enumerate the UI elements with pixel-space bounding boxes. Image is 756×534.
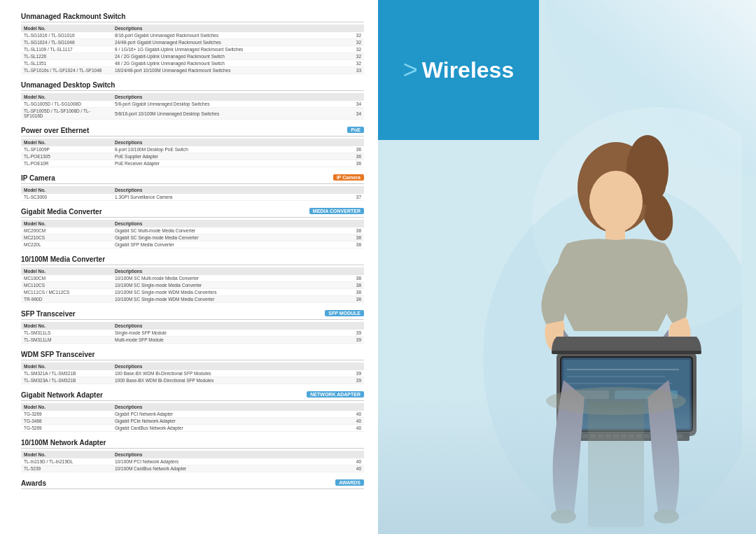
svg-rect-30 (552, 351, 701, 354)
badge-gigabit-media-converter: MEDIA CONVERTER (309, 208, 364, 214)
cell-2: 39 (350, 330, 364, 337)
cell-2: 34 (350, 108, 364, 120)
table-row: TG-3468Gigabit PCIe Network Adapter40 (21, 418, 364, 425)
cell-1: Multi-mode SFP Module (112, 337, 350, 344)
cell-0: TL-POE1305 (21, 153, 112, 160)
cell-1: 8 / 1G/16+ 1G Gigabit-Uplink Unmanaged R… (112, 46, 350, 53)
cell-1: 5/8/16-port 10/100M Unmanaged Desktop Sw… (112, 108, 350, 120)
section-unmanaged-rackmount: Unmanaged Rackmount SwitchModel No.Descr… (21, 13, 364, 74)
table-row: MC220LGigabit SFP Media Converter38 (21, 241, 364, 248)
cell-2: 34 (350, 101, 364, 108)
col-header-0: Model No. (21, 186, 112, 194)
cell-1: 24 / 2G Gigabit-Uplink Unmanaged Rackmou… (112, 53, 350, 60)
table-wdm-sfp-transceiver: Model No.DescriptionsTL-SM321A / TL-SM32… (21, 363, 364, 384)
table-row: TL-tn219D / TL-tn219DL10/100M PCI Networ… (21, 458, 364, 465)
table-row: MC200CMGigabit SC Multi-mode Media Conve… (21, 227, 364, 234)
section-power-over-ethernet: PoEPower over EthernetModel No.Descripti… (21, 127, 364, 167)
cell-0: TL-SF1005D / TL-SF1008D / TL-SF1016D (21, 108, 112, 120)
col-header-0: Model No. (21, 24, 112, 32)
cell-1: 10/100M SC Single-mode WDM Media Convert… (112, 289, 350, 296)
col-header-0: Model No. (21, 220, 112, 227)
cell-0: TL-SF1009P (21, 146, 112, 153)
table-sfp-transceiver: Model No.DescriptionsTL-SM311LSSingle-mo… (21, 322, 364, 344)
cell-2: 38 (350, 234, 364, 241)
table-row: MC110CS10/100M SC Single-mode Media Conv… (21, 282, 364, 289)
cell-0: TL-SM311LM (21, 337, 112, 344)
col-header-1: Descriptions (112, 267, 350, 275)
table-row: TL-SC30001.3GPI Surveillance Camera37 (21, 194, 364, 201)
col-header-1: Descriptions (112, 322, 350, 330)
section-gigabit-media-converter: MEDIA CONVERTERGigabit Media ConverterMo… (21, 208, 364, 248)
table-10-100-media-converter: Model No.DescriptionsMC100CM10/100M SC M… (21, 267, 364, 303)
cell-2: 32 (350, 32, 364, 39)
cell-1: 10/100M SC Single-mode Media Converter (112, 282, 350, 289)
table-row: TL-POE1305PoE Supplier Adapter36 (21, 153, 364, 160)
section-10-100-network-adapter: 10/100M Network AdapterModel No.Descript… (21, 439, 364, 472)
cell-1: 8/16-port Gigabit Unmanaged Rackmount Sw… (112, 32, 350, 39)
section-gigabit-network-adapter: NETWORK ADAPTERGigabit Network AdapterMo… (21, 391, 364, 432)
col-header-1: Descriptions (112, 451, 350, 458)
cell-1: Gigabit PCI Network Adapter (112, 411, 350, 418)
col-header-2 (350, 403, 364, 411)
cell-0: TG-3468 (21, 418, 112, 425)
right-panel: > Wireless (378, 0, 756, 534)
cell-0: TL-SL1226 (21, 53, 112, 60)
cell-2: 40 (350, 465, 364, 472)
table-row: TL-SF1016s / TL-SF1024 / TL-SF104816/24/… (21, 67, 364, 74)
cell-1: PoE Receiver Adapter (112, 160, 350, 167)
table-gigabit-network-adapter: Model No.DescriptionsTG-3269Gigabit PCI … (21, 403, 364, 432)
section-title-unmanaged-rackmount: Unmanaged Rackmount Switch (21, 13, 364, 22)
cell-2: 32 (350, 60, 364, 67)
section-wdm-sfp-transceiver: WDM SFP TransceiverModel No.Descriptions… (21, 351, 364, 384)
col-header-2 (350, 322, 364, 330)
cell-2: 37 (350, 194, 364, 201)
cell-1: 1.3GPI Surveillance Camera (112, 194, 350, 201)
cell-0: MC210CS (21, 234, 112, 241)
cell-0: TG-5269 (21, 425, 112, 432)
col-header-0: Model No. (21, 363, 112, 370)
cell-0: MC110CS (21, 282, 112, 289)
wireless-label-container: > Wireless (403, 55, 514, 85)
table-row: TL-SL1109 / TL-SL11178 / 1G/16+ 1G Gigab… (21, 46, 364, 53)
table-row: TL-SF1005D / TL-SF1008D / TL-SF1016D5/8/… (21, 108, 364, 120)
cell-0: MC111CS / MC112CS (21, 289, 112, 296)
section-title-sfp-transceiver: SFP Transceiver (21, 310, 364, 320)
col-header-2 (350, 220, 364, 227)
badge-gigabit-network-adapter: NETWORK ADAPTER (307, 391, 364, 398)
table-unmanaged-desktop: Model No.DescriptionsTL-SG1005D / TL-SG1… (21, 93, 364, 120)
col-header-1: Descriptions (112, 24, 350, 32)
cell-2: 36 (350, 153, 364, 160)
cell-0: TL-SG1016 / TL-SG1016 (21, 32, 112, 39)
section-title-awards: Awards (21, 479, 364, 489)
table-row: TL-POE10RPoE Receiver Adapter36 (21, 160, 364, 167)
col-header-1: Descriptions (112, 220, 350, 227)
table-row: MC111CS / MC112CS10/100M SC Single-mode … (21, 289, 364, 296)
table-row: TL-523910/100M CardBus Network Adapter40 (21, 465, 364, 472)
cell-1: Gigabit SC Single-mode Media Converter (112, 234, 350, 241)
bottom-gradient (378, 394, 756, 534)
section-ip-camera: IP CameraIP CameraModel No.DescriptionsT… (21, 174, 364, 201)
cell-1: Gigabit SFP Media Converter (112, 241, 350, 248)
cell-0: TL-SG1024 / TL-SG1048 (21, 39, 112, 46)
cell-1: 1000 Base-BX WDM Bi-Directional SFP Modu… (112, 377, 350, 384)
col-header-1: Descriptions (112, 363, 350, 370)
table-power-over-ethernet: Model No.DescriptionsTL-SF1009P8-port 10… (21, 139, 364, 167)
badge-power-over-ethernet: PoE (347, 127, 364, 133)
table-row: TL-SM321A / TL-SM321B100 Base-BX WDM Bi-… (21, 370, 364, 377)
cell-2: 40 (350, 418, 364, 425)
cell-0: TL-SM323A / TL-SM321B (21, 377, 112, 384)
cell-2: 38 (350, 241, 364, 248)
cell-2: 38 (350, 282, 364, 289)
cell-1: Single-mode SFP Module (112, 330, 350, 337)
left-panel: Unmanaged Rackmount SwitchModel No.Descr… (0, 0, 378, 534)
cell-2: 32 (350, 53, 364, 60)
cell-0: TL-SM311LS (21, 330, 112, 337)
cell-1: PoE Supplier Adapter (112, 153, 350, 160)
col-header-0: Model No. (21, 93, 112, 101)
cell-1: 48 / 2G Gigabit-Uplink Unmanaged Rackmou… (112, 60, 350, 67)
table-row: TL-SG1024 / TL-SG104824/48-port Gigabit … (21, 39, 364, 46)
table-row: TL-SM311LSSingle-mode SFP Module39 (21, 330, 364, 337)
cell-0: TL-SG1005D / TL-SG1008D (21, 101, 112, 108)
col-header-1: Descriptions (112, 186, 350, 194)
cell-0: MC100CM (21, 275, 112, 282)
